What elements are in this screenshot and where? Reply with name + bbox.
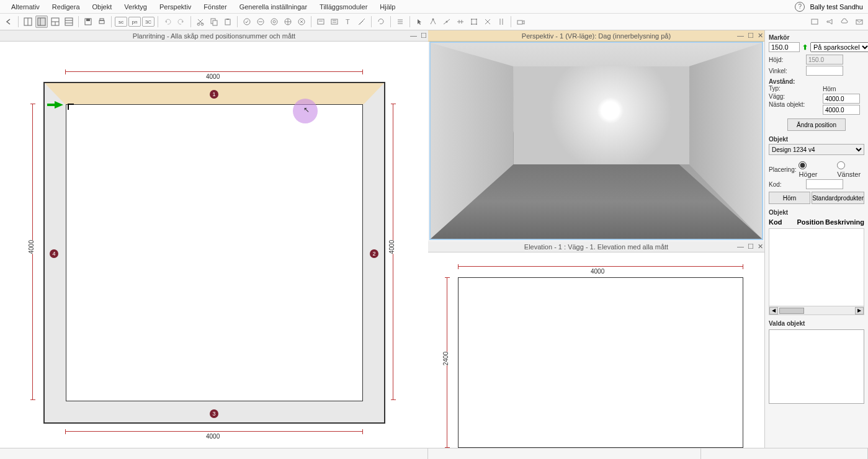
objekt-list-header: Kod Position Beskrivning <box>769 217 864 227</box>
circle-icon-2[interactable] <box>254 16 267 28</box>
menu-perspektiv[interactable]: Perspektiv <box>153 3 197 11</box>
elev-dim-w: 4000 <box>589 268 606 275</box>
list-icon[interactable] <box>394 16 406 28</box>
3c-button[interactable]: 3C <box>142 17 154 27</box>
snap-icon-2[interactable] <box>441 16 453 28</box>
persp-max-icon[interactable]: ☐ <box>748 32 754 40</box>
copy-icon[interactable] <box>208 16 220 28</box>
elevation-canvas[interactable]: 4000 2400 <box>428 252 764 448</box>
circle-icon-1[interactable] <box>241 16 253 28</box>
scroll-right-icon[interactable]: ▶ <box>855 307 864 314</box>
camera-icon[interactable] <box>514 16 527 28</box>
objekt-select[interactable]: Design 1234 v4 <box>769 144 864 155</box>
radio-vanster[interactable]: Vänster <box>837 161 864 178</box>
menu-tillagg[interactable]: Tilläggsmoduler <box>313 3 374 11</box>
snap-icon-1[interactable] <box>427 16 439 28</box>
layout-icon-1[interactable] <box>22 16 34 28</box>
menu-verktyg[interactable]: Verktyg <box>118 3 153 11</box>
typ-label: Typ: <box>769 85 810 92</box>
andra-position-button[interactable]: Ändra position <box>787 118 846 131</box>
pointer-icon[interactable] <box>413 16 426 28</box>
mail-icon[interactable] <box>853 16 866 28</box>
snap-icon-4[interactable] <box>468 16 480 28</box>
plan-max-icon[interactable]: ☐ <box>421 32 427 40</box>
vagg-input[interactable] <box>823 94 860 104</box>
vinkel-input[interactable] <box>806 66 843 76</box>
socket-select[interactable]: På sparksockel <box>810 42 868 52</box>
wall-num-4: 4 <box>50 249 58 258</box>
refresh-icon[interactable] <box>375 16 387 28</box>
back-button[interactable] <box>2 16 15 28</box>
scroll-thumb[interactable] <box>779 308 804 314</box>
measure-icon[interactable] <box>356 16 368 28</box>
paste-icon[interactable] <box>221 16 234 28</box>
undo-icon[interactable] <box>161 16 174 28</box>
dim-bottom: 4000 <box>205 433 221 440</box>
menu-hjalp[interactable]: Hjälp <box>374 3 401 11</box>
hojd-input[interactable] <box>806 55 843 65</box>
cloud-icon[interactable] <box>838 16 851 28</box>
pn-button[interactable]: pn <box>128 17 141 27</box>
layout-icon-2[interactable] <box>35 16 48 28</box>
elev-dim-h: 2400 <box>441 352 450 365</box>
vagg-label: Vägg: <box>769 93 794 100</box>
svg-point-23 <box>273 20 275 23</box>
circle-icon-5[interactable] <box>295 16 308 28</box>
up-arrow-icon: ⬆ <box>802 43 808 51</box>
vinkel-label: Vinkel: <box>769 68 803 74</box>
note-icon-1[interactable] <box>315 16 327 28</box>
sc-button[interactable]: sc <box>115 17 127 27</box>
cut-icon[interactable] <box>194 16 207 28</box>
print-icon[interactable] <box>96 16 108 28</box>
plan-canvas[interactable]: 4000 4000 4000 4000 1 2 3 4 <box>0 42 428 448</box>
wall-num-1: 1 <box>210 90 218 99</box>
circle-icon-4[interactable] <box>282 16 294 28</box>
markor-value-input[interactable] <box>769 42 800 52</box>
note-icon-2[interactable] <box>328 16 341 28</box>
horn-button[interactable]: Hörn <box>769 192 810 204</box>
svg-point-37 <box>432 19 434 20</box>
nasta-input[interactable] <box>823 105 860 115</box>
elev-max-icon[interactable]: ☐ <box>748 243 754 251</box>
help-icon[interactable]: ? <box>795 2 805 12</box>
snap-icon-3[interactable] <box>454 16 467 28</box>
valda-list[interactable] <box>769 329 864 404</box>
announce-icon[interactable] <box>823 16 836 28</box>
svg-rect-12 <box>99 20 104 24</box>
objekt-list[interactable]: ◀ ▶ <box>769 228 864 315</box>
menu-fonster[interactable]: Fönster <box>197 3 233 11</box>
corner-marker <box>68 104 74 110</box>
save-icon[interactable] <box>82 16 94 28</box>
persp-min-icon[interactable]: — <box>737 32 744 40</box>
elev-min-icon[interactable]: — <box>737 243 744 251</box>
window-icon[interactable] <box>808 16 821 28</box>
menu-generella[interactable]: Generella inställningar <box>233 3 313 11</box>
circle-icon-3[interactable] <box>268 16 280 28</box>
svg-point-44 <box>471 19 472 20</box>
plan-min-icon[interactable]: — <box>410 32 417 40</box>
statusbar <box>0 448 868 459</box>
svg-rect-18 <box>225 19 230 25</box>
kod-input[interactable] <box>806 179 843 189</box>
layout-icon-3[interactable] <box>49 16 61 28</box>
redo-icon[interactable] <box>175 16 187 28</box>
perspective-canvas[interactable] <box>429 42 763 240</box>
menu-alternativ[interactable]: Alternativ <box>5 3 46 11</box>
svg-rect-13 <box>100 19 104 20</box>
scroll-left-icon[interactable]: ◀ <box>769 307 778 314</box>
standardprodukter-button[interactable]: Standardprodukter <box>812 192 864 204</box>
persp-close-icon[interactable]: ✕ <box>758 32 763 40</box>
elev-close-icon[interactable]: ✕ <box>758 243 763 251</box>
menu-objekt[interactable]: Objekt <box>86 3 119 11</box>
svg-point-45 <box>476 19 477 20</box>
nasta-label: Nästa objekt: <box>769 101 806 108</box>
snap-icon-6[interactable] <box>495 16 508 28</box>
layout-icon-4[interactable] <box>63 16 75 28</box>
text-icon[interactable]: T <box>342 16 354 28</box>
menu-redigera[interactable]: Redigera <box>46 3 86 11</box>
wall-num-3: 3 <box>210 409 218 418</box>
objekt-title: Objekt <box>769 135 864 144</box>
svg-rect-28 <box>318 19 324 24</box>
snap-icon-5[interactable] <box>481 16 494 28</box>
radio-hoger[interactable]: Höger <box>799 161 826 178</box>
